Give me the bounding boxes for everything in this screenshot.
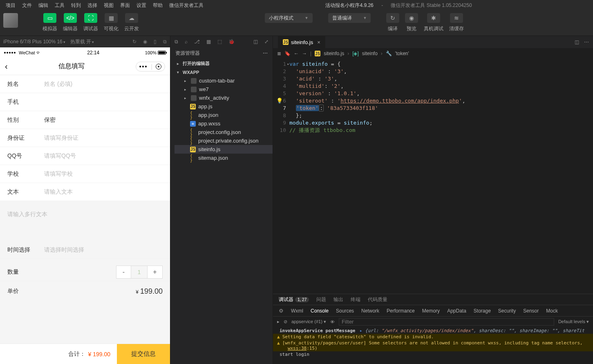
console-filter-input[interactable] xyxy=(339,318,554,326)
simulator-button[interactable]: ▭模拟器 xyxy=(43,13,57,32)
tab-output[interactable]: 输出 xyxy=(333,296,343,303)
file-sitemap-json[interactable]: { }sitemap.json xyxy=(175,154,273,162)
form-row-time[interactable]: 时间选择请选择时间选择 xyxy=(0,241,170,259)
devtab-sources[interactable]: Sources xyxy=(336,308,354,314)
remote-debug-button[interactable]: ✱真机调试 xyxy=(424,13,443,32)
preview-button[interactable]: ◉预览 xyxy=(405,13,418,32)
form-row-text[interactable]: 文本请输入文本 xyxy=(0,183,170,201)
qty-plus-button[interactable]: + xyxy=(148,266,162,278)
devtab-console[interactable]: Console xyxy=(311,308,329,314)
file-siteinfo-js[interactable]: JSsiteinfo.js xyxy=(175,145,273,154)
menu-icon[interactable]: ••• xyxy=(139,63,148,70)
form-row-idcard[interactable]: 身份证请填写身份证 xyxy=(0,129,170,147)
devtab-wxml[interactable]: Wxml xyxy=(291,308,303,314)
form-row-qq[interactable]: QQ号请填写QQ号 xyxy=(0,147,170,165)
list-icon[interactable]: ≣ xyxy=(277,51,281,56)
console-output[interactable]: invokeAppService postMessage ▸ {url: "/w… xyxy=(273,327,593,364)
menu-goto[interactable]: 转到 xyxy=(68,2,84,9)
root-section[interactable]: ▾WXAPP xyxy=(175,68,273,76)
menu-ui[interactable]: 界面 xyxy=(117,2,133,9)
opened-editors-section[interactable]: ▸打开的编辑器 xyxy=(175,59,273,68)
more-icon[interactable]: ⋯ xyxy=(263,50,268,56)
tab-codequality[interactable]: 代码质量 xyxy=(368,296,387,303)
split-icon[interactable]: ◫ xyxy=(253,39,258,45)
breadcrumb[interactable]: ≣ 🔖 ← → | JS siteinfo.js› [◈]siteinfo› 🔧… xyxy=(273,48,593,59)
multiline-input[interactable]: 请输入多行文本 xyxy=(0,205,170,237)
context-selector[interactable]: appservice (#1) ▾ xyxy=(291,319,326,324)
devtab-performance[interactable]: Performance xyxy=(387,308,415,314)
close-tab-icon[interactable]: × xyxy=(317,39,320,45)
visual-button[interactable]: ▦可视化 xyxy=(104,13,119,32)
avatar[interactable] xyxy=(3,13,18,28)
form-row-phone[interactable]: 手机 xyxy=(0,93,170,111)
form-row-school[interactable]: 学校请填写学校 xyxy=(0,165,170,183)
folder-custom-tab-bar[interactable]: ▸custom-tab-bar xyxy=(175,76,273,85)
devtab-security[interactable]: Security xyxy=(498,308,516,314)
more-editor-icon[interactable]: ⋯ xyxy=(584,39,589,45)
clear-console-icon[interactable]: ⊘ xyxy=(284,319,287,324)
compile-mode-dropdown[interactable]: 普通编译▼ xyxy=(328,13,371,23)
devtab-network[interactable]: Network xyxy=(361,308,379,314)
files-icon[interactable]: ⧉ xyxy=(175,39,178,45)
cloud-button[interactable]: ☁云开发 xyxy=(124,13,139,32)
expand-icon[interactable]: ⤢ xyxy=(264,39,269,45)
mode-dropdown[interactable]: 小程序模式▼ xyxy=(265,13,313,23)
forward-arrow-icon[interactable]: → xyxy=(302,51,307,56)
bug-icon[interactable]: 🐞 xyxy=(228,39,235,45)
bookmark-icon[interactable]: 🔖 xyxy=(284,51,291,56)
search-icon[interactable]: ⌕ xyxy=(185,39,188,45)
eye-icon[interactable]: 👁 xyxy=(330,319,335,324)
play-icon[interactable]: ▸ xyxy=(277,319,280,324)
grid-icon[interactable]: ▦ xyxy=(206,39,211,45)
debugger-button[interactable]: ⛶调试器 xyxy=(83,13,98,32)
devtab-storage[interactable]: Storage xyxy=(474,308,491,314)
file-app-wxss[interactable]: ≡app.wxss xyxy=(175,119,273,128)
menu-settings[interactable]: 设置 xyxy=(133,2,150,9)
menu-help[interactable]: 帮助 xyxy=(150,2,166,9)
file-project-private-config[interactable]: { }project.private.config.json xyxy=(175,136,273,145)
folder-wnfx-activity[interactable]: ▸wnfx_activity xyxy=(175,94,273,102)
form-row-name[interactable]: 姓名姓名 (必填) xyxy=(0,75,170,93)
back-icon[interactable]: ‹ xyxy=(5,62,8,71)
qty-minus-button[interactable]: - xyxy=(116,266,131,278)
tab-siteinfo[interactable]: JS siteinfo.js × xyxy=(278,36,325,48)
hot-reload-toggle[interactable]: 热重载 开▾ xyxy=(70,38,94,45)
record-icon[interactable]: ◉ xyxy=(143,39,147,45)
quantity-stepper[interactable]: - 1 + xyxy=(116,266,163,279)
tab-terminal[interactable]: 终端 xyxy=(351,296,360,303)
devtab-sensor[interactable]: Sensor xyxy=(523,308,539,314)
menu-edit[interactable]: 编辑 xyxy=(35,2,51,9)
refresh-icon[interactable]: ↻ xyxy=(132,39,137,45)
menu-select[interactable]: 选择 xyxy=(84,2,101,9)
editor-button[interactable]: </>编辑器 xyxy=(63,13,78,32)
folder-we7[interactable]: ▸we7 xyxy=(175,85,273,94)
extension-icon[interactable]: ⬚ xyxy=(217,39,222,45)
submit-button[interactable]: 提交信息 xyxy=(117,344,170,364)
tab-problems[interactable]: 问题 xyxy=(316,296,326,303)
clear-cache-button[interactable]: ≋清缓存 xyxy=(449,13,464,32)
menu-view[interactable]: 视图 xyxy=(101,2,117,9)
code-editor[interactable]: 1▾2345 💡6 7 8910 var siteinfo = { 'uniac… xyxy=(273,59,593,294)
file-app-js[interactable]: JSapp.js xyxy=(175,102,273,111)
compile-button[interactable]: ↻编译 xyxy=(386,13,399,32)
menu-file[interactable]: 文件 xyxy=(19,2,35,9)
levels-dropdown[interactable]: Default levels ▾ xyxy=(558,319,589,324)
file-project-config[interactable]: { }project.config.json xyxy=(175,128,273,136)
menu-devtools[interactable]: 微信开发者工具 xyxy=(166,2,207,9)
close-target-icon[interactable] xyxy=(156,64,161,69)
popout-icon[interactable]: ⧉ xyxy=(163,39,167,45)
devtab-memory[interactable]: Memory xyxy=(422,308,440,314)
split-editor-icon[interactable]: ◫ xyxy=(575,39,579,45)
menu-tools[interactable]: 工具 xyxy=(51,2,68,9)
tab-debugger[interactable]: 调试器1, 27 xyxy=(279,296,309,303)
file-app-json[interactable]: { }app.json xyxy=(175,111,273,119)
device-selector[interactable]: iPhone 6/7/8 Plus 100% 16▾ xyxy=(3,39,65,45)
branch-icon[interactable]: ⎇ xyxy=(194,39,200,45)
form-row-gender[interactable]: 性别保密 xyxy=(0,111,170,129)
back-arrow-icon[interactable]: ← xyxy=(294,51,299,56)
menu-project[interactable]: 项目 xyxy=(2,2,19,9)
device-icon[interactable]: ▯ xyxy=(154,39,157,45)
devtab-mock[interactable]: Mock xyxy=(546,308,558,314)
inspect-icon[interactable]: ⯐ xyxy=(279,308,284,314)
devtab-appdata[interactable]: AppData xyxy=(447,308,466,314)
